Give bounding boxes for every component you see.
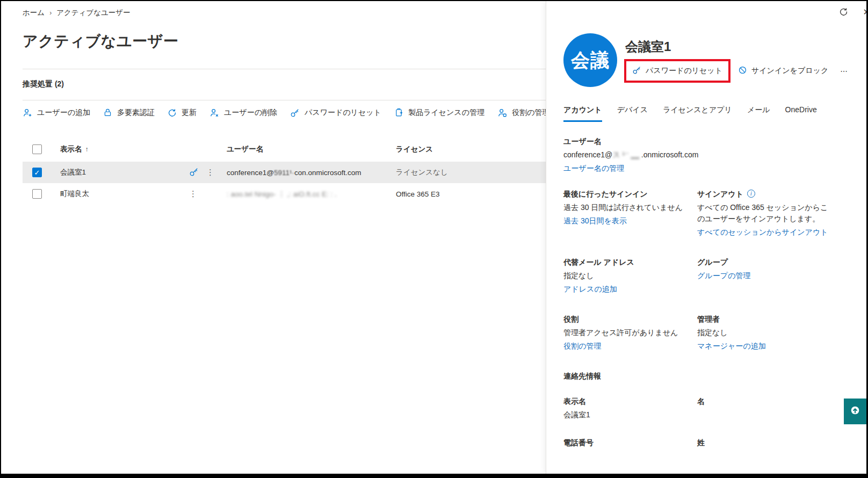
row-reset-password-icon[interactable] — [189, 167, 199, 178]
tab-account[interactable]: アカウント — [563, 105, 602, 122]
groups-label: グループ — [697, 257, 849, 268]
panel-close-icon[interactable]: ✕ — [863, 7, 866, 17]
page-title: アクティブなユーザー — [23, 31, 546, 52]
row-checkbox[interactable] — [32, 189, 42, 199]
users-table: 表示名↑ ユーザー名 ライセンス ✓ 会議室1 ⋮ — [23, 137, 546, 205]
row-license: Office 365 E3 — [396, 190, 546, 198]
username-section: ユーザー名 conference1@ス ¹⁻ ‗‗ .onmicrosoft.c… — [563, 136, 849, 174]
add-user-label: ユーザーの追加 — [37, 108, 90, 118]
delete-user-label: ユーザーの削除 — [224, 108, 277, 118]
user-detail-panel: ✕ 会議 会議室1 パスワードのリセット — [546, 1, 866, 474]
active-users-page: ホーム › アクティブなユーザー アクティブなユーザー 推奨処置 (2) ユーザ… — [1, 1, 546, 474]
redacted-text: ス ¹⁻ ‗‗ — [612, 150, 641, 159]
username-label: ユーザー名 — [563, 136, 849, 147]
table-header-row: 表示名↑ ユーザー名 ライセンス — [23, 137, 546, 162]
tab-licenses-apps[interactable]: ライセンスとアプリ — [663, 105, 732, 122]
username-value: conference1@ス ¹⁻ ‗‗ .onmicrosoft.com — [563, 149, 849, 161]
contact-info-header: 連絡先情報 — [563, 371, 849, 382]
manager-value: 指定なし — [697, 327, 849, 338]
tab-devices[interactable]: デバイス — [617, 105, 648, 122]
key-icon — [632, 66, 641, 76]
block-icon — [738, 66, 747, 76]
panel-tabs: アカウント デバイス ライセンスとアプリ メール OneDrive — [563, 105, 866, 122]
last-signin-label: 最後に行ったサインイン — [563, 189, 697, 200]
alt-email-label: 代替メール アドレス — [563, 257, 697, 268]
info-icon[interactable]: i — [747, 190, 755, 198]
first-name-label: 名 — [697, 396, 849, 407]
manage-username-link[interactable]: ユーザー名の管理 — [563, 163, 849, 174]
reset-password-toolbar-button[interactable]: パスワードのリセット — [290, 108, 381, 118]
select-all-checkbox[interactable] — [32, 144, 42, 154]
table-row[interactable]: ✓ 会議室1 ⋮ conference1@5911¹·con.onmicroso… — [23, 162, 546, 183]
row-display-name[interactable]: 会議室1 — [52, 168, 179, 177]
person-add-icon — [23, 108, 32, 118]
signout-text: すべての Office 365 セッションからこのユーザーをサインアウトします。 — [697, 202, 833, 224]
manage-roles-link[interactable]: 役割の管理 — [563, 341, 697, 352]
delete-user-button[interactable]: ユーザーの削除 — [209, 108, 277, 118]
row-more-icon[interactable]: ⋮ — [206, 168, 214, 177]
reset-password-highlight-box: パスワードのリセット — [624, 59, 730, 83]
manager-label: 管理者 — [697, 314, 849, 325]
manage-roles-button[interactable]: 役割の管理 — [497, 108, 549, 118]
table-row[interactable]: 町端良太 ⋮ : aoo.tel Nnigo- ⋮ ,: aiO.ft.cc E… — [23, 183, 546, 205]
panel-reset-password-button[interactable]: パスワードのリセット — [632, 66, 722, 76]
last-signin-text: 過去 30 日間は試行されていません — [563, 202, 697, 213]
manage-licenses-label: 製品ライセンスの管理 — [408, 108, 484, 118]
person-delete-icon — [209, 108, 219, 118]
signout-all-sessions-link[interactable]: すべてのセッションからサインアウト — [697, 227, 833, 238]
key-icon — [290, 108, 300, 118]
column-display-name[interactable]: 表示名↑ — [52, 144, 179, 154]
clipboard-icon — [394, 108, 403, 117]
avatar: 会議 — [563, 33, 617, 87]
m365-admin-window: ホーム › アクティブなユーザー アクティブなユーザー 推奨処置 (2) ユーザ… — [0, 0, 868, 478]
roles-value: 管理者アクセス許可がありません — [563, 327, 697, 338]
phone-label: 電話番号 — [563, 437, 697, 448]
panel-reset-password-label: パスワードのリセット — [646, 66, 722, 76]
column-username[interactable]: ユーザー名 — [227, 144, 396, 154]
recommended-actions-header[interactable]: 推奨処置 (2) — [23, 69, 546, 100]
panel-header: 会議 会議室1 パスワードのリセット — [563, 33, 866, 87]
manage-licenses-button[interactable]: 製品ライセンスの管理 — [394, 108, 484, 118]
tab-mail[interactable]: メール — [747, 105, 770, 122]
row-username: conference1@5911¹·con.onmicrosoft.com — [227, 169, 396, 177]
mfa-label: 多要素認証 — [117, 108, 155, 118]
phone-lastname-section: 電話番号 姓 — [563, 437, 849, 451]
roles-manager-section: 役割 管理者アクセス許可がありません 役割の管理 管理者 指定なし マネージャー… — [563, 314, 849, 354]
tab-onedrive[interactable]: OneDrive — [785, 105, 817, 122]
redacted-text: 5911¹· — [274, 169, 294, 177]
display-name-value: 会議室1 — [563, 409, 697, 421]
altemail-groups-section: 代替メール アドレス 指定なし アドレスの追加 グループ グループの管理 — [563, 257, 849, 297]
account-tab-content: ユーザー名 conference1@ス ¹⁻ ‗‗ .onmicrosoft.c… — [563, 136, 849, 451]
manage-groups-link[interactable]: グループの管理 — [697, 270, 849, 281]
column-license[interactable]: ライセンス — [396, 144, 546, 154]
show-last-30-days-link[interactable]: 過去 30日間を表示 — [563, 215, 697, 227]
feedback-button[interactable] — [844, 399, 866, 424]
refresh-button[interactable]: 更新 — [168, 108, 197, 118]
signin-signout-section: 最後に行ったサインイン 過去 30 日間は試行されていません 過去 30日間を表… — [563, 189, 849, 240]
feedback-icon — [849, 404, 861, 418]
add-address-link[interactable]: アドレスの追加 — [563, 284, 697, 295]
lock-icon — [103, 108, 112, 117]
row-display-name[interactable]: 町端良太 — [52, 189, 179, 199]
mfa-button[interactable]: 多要素認証 — [103, 108, 155, 118]
breadcrumb-current: アクティブなユーザー — [56, 8, 131, 18]
row-more-icon[interactable]: ⋮ — [189, 189, 197, 199]
reset-password-label: パスワードのリセット — [305, 108, 381, 118]
breadcrumb-separator-icon: › — [49, 9, 52, 17]
add-user-button[interactable]: ユーザーの追加 — [23, 108, 90, 118]
toolbar: ユーザーの追加 多要素認証 更新 — [23, 100, 546, 124]
row-username-redacted: : aoo.tel Nnigo- ⋮ ,: aiO.ft.cc E: : . — [227, 190, 396, 198]
last-name-label: 姓 — [697, 437, 849, 448]
display-name-label: 表示名 — [563, 396, 697, 407]
displayname-firstname-section: 表示名 会議室1 名 — [563, 396, 849, 423]
row-checkbox[interactable]: ✓ — [32, 168, 42, 177]
roles-label: 役割 — [563, 314, 697, 325]
panel-refresh-icon[interactable] — [839, 7, 848, 18]
panel-more-icon[interactable]: ⋯ — [840, 67, 848, 75]
block-signin-button[interactable]: サインインをブロック — [738, 66, 828, 76]
person-badge-icon — [497, 108, 507, 118]
add-manager-link[interactable]: マネージャーの追加 — [697, 341, 849, 352]
manage-roles-label: 役割の管理 — [512, 108, 549, 118]
panel-user-title: 会議室1 — [625, 38, 848, 55]
breadcrumb-home[interactable]: ホーム — [23, 8, 45, 18]
